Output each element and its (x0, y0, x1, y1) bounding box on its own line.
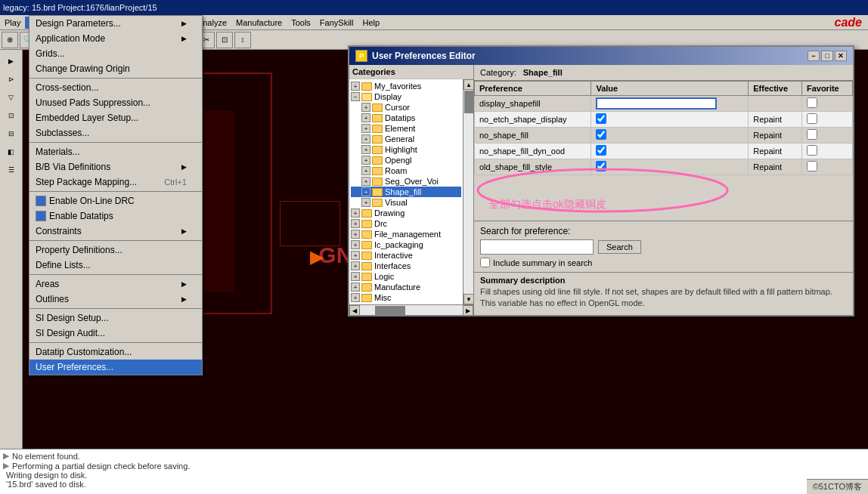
search-input[interactable] (480, 239, 594, 255)
menu-item-subclasses[interactable]: Subclasses... (29, 125, 202, 140)
tree-node-logic[interactable]: + Logic (351, 271, 461, 282)
menu-item-design-params[interactable]: Design Parameters... ▶ (29, 16, 202, 31)
menu-item-materials[interactable]: Materials... (29, 144, 202, 159)
menu-help[interactable]: Help (358, 17, 384, 29)
expand-drawing[interactable]: + (351, 208, 360, 218)
tree-node-misc[interactable]: + Misc (351, 292, 461, 303)
tb-btn-12[interactable]: ⊡ (216, 32, 233, 48)
tb-btn-1[interactable]: ⊕ (2, 32, 18, 48)
expand-ic-packaging[interactable]: + (351, 240, 360, 249)
hscroll-thumb[interactable] (375, 306, 405, 315)
menu-item-app-mode[interactable]: Application Mode ▶ (29, 31, 202, 46)
tree-node-my-favorites[interactable]: + My_favorites (351, 81, 461, 91)
hscroll-right-btn[interactable]: ▶ (463, 305, 473, 316)
expand-cursor[interactable]: + (361, 103, 370, 112)
expand-seg-over-voi[interactable]: + (361, 177, 370, 186)
tree-node-shape-fill[interactable]: + Shape_fill (351, 187, 461, 197)
menu-item-bb-via[interactable]: B/B Via Definitions ▶ (29, 159, 202, 174)
menu-item-areas[interactable]: Areas ▶ (29, 276, 202, 292)
dialog-minimize-button[interactable]: − (808, 51, 820, 61)
tree-node-display[interactable]: − Display (351, 91, 461, 102)
pref-fav-no-shape-fill[interactable] (807, 129, 817, 140)
include-summary-checkbox[interactable] (480, 258, 490, 267)
tree-node-manufacture[interactable]: + Manufacture (351, 282, 461, 292)
sidebar-btn-2[interactable]: ⊳ (3, 71, 20, 88)
expand-manufacture[interactable]: + (351, 283, 360, 292)
tree-node-seg-over-voi[interactable]: + Seg_Over_Voi (351, 176, 461, 187)
tree-node-drc[interactable]: + Drc (351, 218, 461, 229)
menu-item-constraints[interactable]: Constraints ▶ (29, 224, 202, 239)
expand-general[interactable]: + (361, 134, 370, 144)
dialog-maximize-button[interactable]: □ (821, 51, 833, 61)
menu-item-enable-datatips[interactable]: Enable Datatips (29, 208, 202, 224)
expand-element[interactable]: + (361, 124, 370, 133)
tree-node-file-mgmt[interactable]: + File_management (351, 229, 461, 239)
pref-input-display-shapefill[interactable] (596, 97, 717, 110)
menu-item-si-setup[interactable]: SI Design Setup... (29, 310, 202, 326)
pref-fav-no-etch-shape-display[interactable] (807, 113, 817, 124)
expand-display[interactable]: − (351, 92, 360, 101)
tree-node-interactive[interactable]: + Interactive (351, 250, 461, 261)
tree-node-general[interactable]: + General (351, 134, 461, 144)
scroll-up-btn[interactable]: ▲ (463, 79, 473, 90)
menu-item-change-origin[interactable]: Change Drawing Origin (29, 61, 202, 76)
dialog-close-button[interactable]: ✕ (835, 51, 847, 61)
menu-tools[interactable]: Tools (287, 17, 315, 29)
menu-item-enable-drc[interactable]: Enable On-Line DRC (29, 193, 202, 208)
sidebar-btn-1[interactable]: ▶ (3, 53, 20, 69)
search-button[interactable]: Search (598, 240, 641, 254)
tb-btn-13[interactable]: ↕ (234, 32, 251, 48)
menu-item-embedded-layer[interactable]: Embedded Layer Setup... (29, 110, 202, 125)
menu-manufacture[interactable]: Manufacture (231, 17, 287, 29)
menu-item-step-pkg[interactable]: Step Package Mapping... Ctrl+1 (29, 174, 202, 190)
sidebar-btn-3[interactable]: ▽ (3, 89, 20, 106)
sidebar-btn-4[interactable]: ⊡ (3, 107, 20, 124)
menu-item-prop-defs[interactable]: Property Definitions... (29, 242, 202, 258)
tree-node-cursor[interactable]: + Cursor (351, 102, 461, 113)
pref-fav-no-shape-fill-dyn-ood[interactable] (807, 145, 817, 156)
scroll-down-btn[interactable]: ▼ (463, 294, 473, 304)
sidebar-btn-7[interactable]: ☰ (3, 162, 20, 178)
expand-highlight[interactable]: + (361, 145, 370, 154)
sidebar-btn-5[interactable]: ⊟ (3, 125, 20, 142)
tree-node-element[interactable]: + Element (351, 123, 461, 134)
expand-interactive[interactable]: + (351, 251, 360, 260)
menu-item-unused-pads[interactable]: Unused Pads Suppression... (29, 95, 202, 110)
menu-item-grids[interactable]: Grids... (29, 46, 202, 61)
tree-node-datatips[interactable]: + Datatips (351, 113, 461, 123)
tree-node-ic-packaging[interactable]: + Ic_packaging (351, 239, 461, 250)
tree-node-roam[interactable]: + Roam (351, 165, 461, 176)
menu-play[interactable]: Play (0, 17, 25, 29)
expand-opengl[interactable]: + (361, 156, 370, 165)
tree-node-opengl[interactable]: + Opengl (351, 155, 461, 165)
expand-roam[interactable]: + (361, 166, 370, 175)
tree-node-highlight[interactable]: + Highlight (351, 144, 461, 155)
menu-item-outlines[interactable]: Outlines ▶ (29, 292, 202, 307)
menu-fanyskill[interactable]: FanySkill (315, 17, 358, 29)
menu-item-cross-section[interactable]: Cross-section... (29, 80, 202, 95)
expand-datatips[interactable]: + (361, 113, 370, 122)
pref-cb-no-shape-fill[interactable] (596, 129, 606, 140)
hscroll-left-btn[interactable]: ◀ (349, 305, 360, 316)
menu-item-datatip[interactable]: Datatip Customization... (29, 344, 202, 360)
tree-node-drawing[interactable]: + Drawing (351, 208, 461, 218)
expand-shape-fill[interactable]: + (361, 187, 370, 196)
scroll-thumb[interactable] (464, 91, 473, 113)
pref-cb-no-etch-shape-display[interactable] (596, 113, 606, 124)
tree-node-interfaces[interactable]: + Interfaces (351, 261, 461, 271)
expand-logic[interactable]: + (351, 272, 360, 281)
expand-drc[interactable]: + (351, 219, 360, 228)
menu-item-si-audit[interactable]: SI Design Audit... (29, 326, 202, 341)
expand-visual[interactable]: + (361, 198, 370, 207)
sidebar-btn-6[interactable]: ◧ (3, 144, 20, 160)
pref-fav-old-shape-fill-style[interactable] (807, 161, 817, 171)
expand-file-mgmt[interactable]: + (351, 230, 360, 239)
expand-interfaces[interactable]: + (351, 261, 360, 270)
pref-fav-display-shapefill[interactable] (807, 97, 817, 108)
expand-my-favorites[interactable]: + (351, 82, 360, 91)
menu-item-user-prefs[interactable]: User Preferences... (29, 360, 202, 375)
pref-cb-no-shape-fill-dyn-ood[interactable] (596, 145, 606, 156)
menu-item-define-lists[interactable]: Define Lists... (29, 258, 202, 273)
tree-node-visual[interactable]: + Visual (351, 197, 461, 208)
expand-misc[interactable]: + (351, 293, 360, 302)
